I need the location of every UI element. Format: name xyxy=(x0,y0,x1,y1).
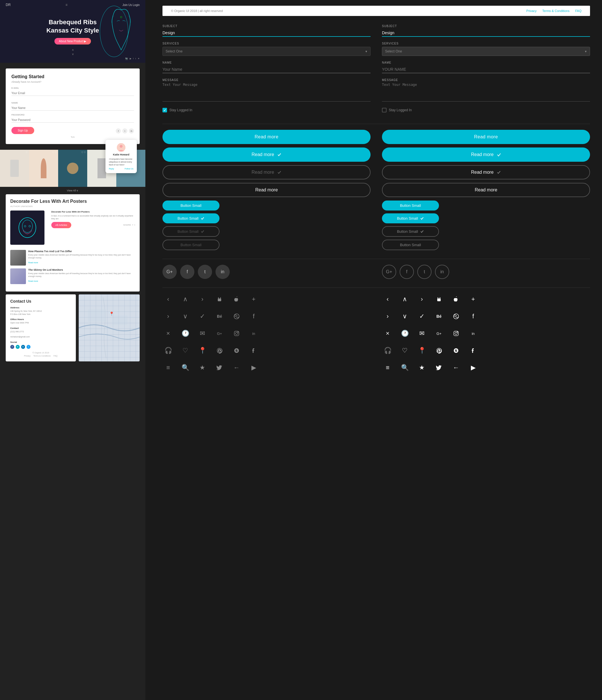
hero-cta-button[interactable]: About New Product ▶ xyxy=(54,38,91,45)
checkbox-cyan-left[interactable] xyxy=(162,108,167,112)
btn-small-r1[interactable]: Button Small xyxy=(382,201,439,210)
pinterest-icon[interactable] xyxy=(214,345,225,356)
chevron-left-icon[interactable]: ‹ xyxy=(162,294,174,305)
view-all-link[interactable]: View All ∨ xyxy=(0,187,146,194)
skype-icon-r[interactable] xyxy=(450,345,462,356)
apple-icon[interactable] xyxy=(231,294,242,305)
all-articles-button[interactable]: All Articles xyxy=(51,222,71,228)
read-more-btn-r4-plain[interactable]: Read more xyxy=(382,183,590,197)
social-facebook-filled[interactable]: f xyxy=(180,265,194,279)
twitter-bird-icon[interactable] xyxy=(214,362,225,373)
social-twitter[interactable]: t xyxy=(27,345,30,349)
search-icon[interactable]: 🔍 xyxy=(180,362,191,373)
arrow-left-icon-r[interactable]: ← xyxy=(450,362,462,373)
googleplus-icon[interactable]: G+ xyxy=(214,328,225,339)
skype-icon[interactable] xyxy=(231,345,242,356)
checkbox-empty-right[interactable] xyxy=(382,108,387,112)
top-bar-terms[interactable]: Terms & Conditions xyxy=(543,9,570,12)
chevron-up-icon[interactable]: ∧ xyxy=(180,294,191,305)
read-more-btn-r1[interactable]: Read more xyxy=(382,130,590,144)
services-select-left[interactable]: Select One xyxy=(162,47,370,56)
social-icon-facebook[interactable]: f xyxy=(116,128,121,133)
social-facebook-outline[interactable]: f xyxy=(400,265,414,279)
signup-button[interactable]: Sign Up xyxy=(11,127,34,134)
play-icon[interactable]: ▶ xyxy=(248,362,259,373)
footer-terms[interactable]: Terms & Conditions xyxy=(33,355,51,357)
headphone-icon[interactable]: 🎧 xyxy=(162,345,174,356)
location-icon[interactable]: 📍 xyxy=(197,345,208,356)
caret-right-icon[interactable]: › xyxy=(162,310,174,322)
chevron-right-icon-r[interactable]: › xyxy=(416,294,427,305)
btn-small-4-plain[interactable]: Button Small xyxy=(162,240,219,250)
read-more-btn-4-plain[interactable]: Read more xyxy=(162,183,370,197)
top-bar-faq[interactable]: FAQ xyxy=(575,9,581,12)
heart-icon[interactable]: ♡ xyxy=(180,345,191,356)
name-input-left[interactable] xyxy=(162,66,370,73)
read-more-btn-3-outline[interactable]: Read more xyxy=(162,165,370,179)
pinterest-icon-r[interactable] xyxy=(433,345,445,356)
name-input[interactable] xyxy=(11,105,134,111)
message-textarea-left[interactable] xyxy=(162,81,370,102)
btn-small-r4-plain[interactable]: Button Small xyxy=(382,240,439,250)
btn-small-1[interactable]: Button Small xyxy=(162,201,219,210)
facebook-icon[interactable]: f xyxy=(248,310,259,322)
btn-small-r3-outline[interactable]: Button Small xyxy=(382,226,439,237)
close-icon[interactable]: × xyxy=(162,328,174,339)
read-more-btn-2-checked[interactable]: Read more xyxy=(162,148,370,162)
social-teal[interactable]: ✦ xyxy=(16,345,20,349)
subject-input-left[interactable] xyxy=(162,29,370,37)
message-textarea-right[interactable] xyxy=(382,81,590,102)
read-more-btn-1[interactable]: Read more xyxy=(162,130,370,144)
footer-privacy[interactable]: Privacy xyxy=(24,355,30,357)
instagram-icon[interactable] xyxy=(231,328,242,339)
btn-small-r2-checked[interactable]: Button Small xyxy=(382,214,439,223)
search-icon-r[interactable]: 🔍 xyxy=(399,362,411,373)
social-icon-google[interactable]: G xyxy=(129,128,134,133)
facebook-icon-r[interactable]: f xyxy=(468,310,479,322)
name-input-right[interactable] xyxy=(382,66,590,73)
chevron-up-icon-r[interactable]: ∧ xyxy=(399,294,411,305)
chat-reply-btn[interactable]: Reply xyxy=(109,168,114,170)
caret-right-icon-r[interactable]: › xyxy=(382,310,393,322)
headphone-icon-r[interactable]: 🎧 xyxy=(382,345,393,356)
social-linkedin[interactable]: in xyxy=(21,345,25,349)
blog-article-3-read-more[interactable]: Read more xyxy=(28,280,38,282)
social-linkedin-outline[interactable]: in xyxy=(435,265,449,279)
check-icon[interactable]: ✓ xyxy=(197,310,208,322)
linkedin-icon[interactable]: in xyxy=(248,328,259,339)
caret-down-icon-r[interactable]: ∨ xyxy=(399,310,411,322)
menu-icon[interactable]: ≡ xyxy=(162,362,174,373)
blog-article-2-read-more[interactable]: Read more xyxy=(28,261,38,264)
tumblr-icon-r[interactable] xyxy=(468,345,479,356)
btn-small-2-checked[interactable]: Button Small xyxy=(162,214,219,223)
instagram-icon-r[interactable] xyxy=(450,328,462,339)
footer-faq[interactable]: FAQ xyxy=(54,355,58,357)
chat-follow-btn[interactable]: Follow Us xyxy=(125,168,133,170)
star-icon-r[interactable]: ★ xyxy=(416,362,427,373)
top-bar-privacy[interactable]: Privacy xyxy=(526,9,537,12)
check-icon-r[interactable]: ✓ xyxy=(416,310,427,322)
subject-input-right[interactable] xyxy=(382,29,590,37)
location-icon-r[interactable]: 📍 xyxy=(416,345,427,356)
arrow-left-icon[interactable]: ← xyxy=(231,362,242,373)
close-icon-r[interactable]: × xyxy=(382,328,393,339)
clock-icon-r[interactable]: 🕐 xyxy=(399,328,411,339)
password-input[interactable] xyxy=(11,118,134,123)
twitter-bird-icon-r[interactable] xyxy=(433,362,445,373)
social-facebook[interactable]: f xyxy=(10,345,14,349)
tumblr-icon[interactable] xyxy=(248,345,259,356)
caret-down-icon[interactable]: ∨ xyxy=(180,310,191,322)
email-input[interactable] xyxy=(11,91,134,96)
googleplus-icon-r[interactable]: G+ xyxy=(433,328,445,339)
read-more-btn-r2-checked[interactable]: Read more xyxy=(382,148,590,162)
mail-icon-r[interactable]: ✉ xyxy=(416,328,427,339)
clock-icon[interactable]: 🕐 xyxy=(180,328,191,339)
apple-icon-r[interactable] xyxy=(450,294,462,305)
chevron-left-icon-r[interactable]: ‹ xyxy=(382,294,393,305)
heart-icon-r[interactable]: ♡ xyxy=(399,345,411,356)
services-select-right[interactable]: Select One xyxy=(382,47,590,56)
menu-icon-r[interactable]: ≡ xyxy=(382,362,393,373)
read-more-btn-r3-outline[interactable]: Read more xyxy=(382,165,590,179)
chevron-right-icon[interactable]: › xyxy=(197,294,208,305)
play-icon-r[interactable]: ▶ xyxy=(468,362,479,373)
